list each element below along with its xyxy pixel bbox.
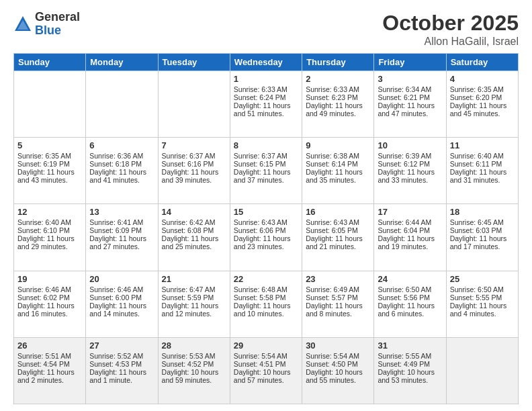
sunrise-text: Sunrise: 6:37 AM xyxy=(234,152,298,160)
sunrise-text: Sunrise: 6:45 AM xyxy=(450,218,515,226)
sunrise-text: Sunrise: 6:36 AM xyxy=(89,152,154,160)
daylight-text: Daylight: 11 hours and 4 minutes. xyxy=(450,302,515,318)
day-number: 26 xyxy=(17,340,82,351)
day-number: 9 xyxy=(306,140,370,150)
day-number: 28 xyxy=(162,340,226,351)
daylight-text: Daylight: 11 hours and 29 minutes. xyxy=(17,234,82,250)
col-header-sunday: Sunday xyxy=(14,54,86,71)
sunset-text: Sunset: 6:14 PM xyxy=(306,160,370,168)
calendar-cell: 5Sunrise: 6:35 AMSunset: 6:19 PMDaylight… xyxy=(14,138,86,204)
sunset-text: Sunset: 4:53 PM xyxy=(89,360,154,368)
calendar-table: SundayMondayTuesdayWednesdayThursdayFrid… xyxy=(13,53,519,404)
calendar-cell: 31Sunrise: 5:55 AMSunset: 4:49 PMDayligh… xyxy=(374,337,446,404)
sunrise-text: Sunrise: 6:39 AM xyxy=(378,152,442,160)
daylight-text: Daylight: 11 hours and 41 minutes. xyxy=(89,168,154,184)
calendar-cell: 7Sunrise: 6:37 AMSunset: 6:16 PMDaylight… xyxy=(158,138,230,204)
sunset-text: Sunset: 6:23 PM xyxy=(306,93,370,101)
calendar-cell: 15Sunrise: 6:43 AMSunset: 6:06 PMDayligh… xyxy=(230,204,302,271)
sunset-text: Sunset: 6:02 PM xyxy=(17,293,82,302)
logo-icon xyxy=(13,15,32,34)
day-number: 4 xyxy=(450,74,515,84)
calendar-cell: 25Sunrise: 6:50 AMSunset: 5:55 PMDayligh… xyxy=(446,271,518,337)
day-number: 25 xyxy=(450,274,515,284)
daylight-text: Daylight: 11 hours and 39 minutes. xyxy=(162,168,226,184)
day-number: 8 xyxy=(234,140,298,150)
day-number: 19 xyxy=(17,274,82,284)
col-header-wednesday: Wednesday xyxy=(230,54,302,71)
sunrise-text: Sunrise: 6:34 AM xyxy=(378,85,442,93)
calendar-cell: 30Sunrise: 5:54 AMSunset: 4:50 PMDayligh… xyxy=(302,337,374,404)
calendar-cell: 17Sunrise: 6:44 AMSunset: 6:04 PMDayligh… xyxy=(374,204,446,271)
daylight-text: Daylight: 11 hours and 19 minutes. xyxy=(378,234,442,250)
sunset-text: Sunset: 5:58 PM xyxy=(234,293,298,302)
sunset-text: Sunset: 6:11 PM xyxy=(450,160,515,168)
daylight-text: Daylight: 10 hours and 55 minutes. xyxy=(306,368,370,384)
calendar-header-row: SundayMondayTuesdayWednesdayThursdayFrid… xyxy=(14,54,519,71)
day-number: 10 xyxy=(378,140,442,150)
calendar-cell: 1Sunrise: 6:33 AMSunset: 6:24 PMDaylight… xyxy=(230,71,302,138)
sunrise-text: Sunrise: 6:44 AM xyxy=(378,218,442,226)
day-number: 6 xyxy=(89,140,154,150)
location: Allon HaGalil, Israel xyxy=(382,36,519,48)
calendar-cell: 9Sunrise: 6:38 AMSunset: 6:14 PMDaylight… xyxy=(302,138,374,204)
sunset-text: Sunset: 6:05 PM xyxy=(306,226,370,234)
sunrise-text: Sunrise: 6:33 AM xyxy=(306,85,370,93)
daylight-text: Daylight: 11 hours and 35 minutes. xyxy=(306,168,370,184)
calendar-cell: 24Sunrise: 6:50 AMSunset: 5:56 PMDayligh… xyxy=(374,271,446,337)
daylight-text: Daylight: 11 hours and 16 minutes. xyxy=(17,302,82,318)
sunset-text: Sunset: 5:55 PM xyxy=(450,293,515,302)
sunrise-text: Sunrise: 6:50 AM xyxy=(450,285,515,293)
calendar-cell: 28Sunrise: 5:53 AMSunset: 4:52 PMDayligh… xyxy=(158,337,230,404)
sunrise-text: Sunrise: 5:54 AM xyxy=(234,352,298,360)
daylight-text: Daylight: 11 hours and 43 minutes. xyxy=(17,168,82,184)
sunset-text: Sunset: 6:10 PM xyxy=(17,226,82,234)
calendar-cell: 10Sunrise: 6:39 AMSunset: 6:12 PMDayligh… xyxy=(374,138,446,204)
calendar-cell xyxy=(14,71,86,138)
col-header-thursday: Thursday xyxy=(302,54,374,71)
logo-general-text: General xyxy=(35,11,80,24)
daylight-text: Daylight: 11 hours and 45 minutes. xyxy=(450,101,515,118)
calendar-cell: 8Sunrise: 6:37 AMSunset: 6:15 PMDaylight… xyxy=(230,138,302,204)
calendar-cell: 14Sunrise: 6:42 AMSunset: 6:08 PMDayligh… xyxy=(158,204,230,271)
day-number: 13 xyxy=(89,207,154,217)
sunset-text: Sunset: 4:52 PM xyxy=(162,360,226,368)
day-number: 5 xyxy=(17,140,82,150)
sunrise-text: Sunrise: 6:50 AM xyxy=(378,285,442,293)
logo: General Blue xyxy=(13,11,80,38)
daylight-text: Daylight: 11 hours and 47 minutes. xyxy=(378,101,442,118)
sunrise-text: Sunrise: 6:40 AM xyxy=(450,152,515,160)
daylight-text: Daylight: 11 hours and 2 minutes. xyxy=(17,368,82,384)
daylight-text: Daylight: 11 hours and 33 minutes. xyxy=(378,168,442,184)
daylight-text: Daylight: 11 hours and 27 minutes. xyxy=(89,234,154,250)
calendar-week-row: 26Sunrise: 5:51 AMSunset: 4:54 PMDayligh… xyxy=(14,337,519,404)
daylight-text: Daylight: 11 hours and 10 minutes. xyxy=(234,302,298,318)
calendar-week-row: 1Sunrise: 6:33 AMSunset: 6:24 PMDaylight… xyxy=(14,71,519,138)
sunset-text: Sunset: 6:09 PM xyxy=(89,226,154,234)
daylight-text: Daylight: 11 hours and 25 minutes. xyxy=(162,234,226,250)
sunrise-text: Sunrise: 6:43 AM xyxy=(306,218,370,226)
title-block: October 2025 Allon HaGalil, Israel xyxy=(382,11,519,48)
calendar-cell: 2Sunrise: 6:33 AMSunset: 6:23 PMDaylight… xyxy=(302,71,374,138)
daylight-text: Daylight: 10 hours and 59 minutes. xyxy=(162,368,226,384)
daylight-text: Daylight: 11 hours and 51 minutes. xyxy=(234,101,298,118)
daylight-text: Daylight: 11 hours and 6 minutes. xyxy=(378,302,442,318)
calendar-cell: 23Sunrise: 6:49 AMSunset: 5:57 PMDayligh… xyxy=(302,271,374,337)
sunrise-text: Sunrise: 6:41 AM xyxy=(89,218,154,226)
sunrise-text: Sunrise: 6:35 AM xyxy=(450,85,515,93)
day-number: 30 xyxy=(306,340,370,351)
calendar-cell: 13Sunrise: 6:41 AMSunset: 6:09 PMDayligh… xyxy=(86,204,158,271)
logo-blue-text: Blue xyxy=(35,24,80,38)
col-header-monday: Monday xyxy=(86,54,158,71)
sunrise-text: Sunrise: 5:54 AM xyxy=(306,352,370,360)
logo-text: General Blue xyxy=(35,11,80,38)
col-header-saturday: Saturday xyxy=(446,54,518,71)
daylight-text: Daylight: 11 hours and 1 minute. xyxy=(89,368,154,384)
sunrise-text: Sunrise: 6:43 AM xyxy=(234,218,298,226)
sunset-text: Sunset: 6:20 PM xyxy=(450,93,515,101)
month-title: October 2025 xyxy=(382,11,519,36)
sunrise-text: Sunrise: 5:51 AM xyxy=(17,352,82,360)
sunset-text: Sunset: 6:00 PM xyxy=(89,293,154,302)
sunrise-text: Sunrise: 6:42 AM xyxy=(162,218,226,226)
calendar-cell: 6Sunrise: 6:36 AMSunset: 6:18 PMDaylight… xyxy=(86,138,158,204)
calendar-cell: 16Sunrise: 6:43 AMSunset: 6:05 PMDayligh… xyxy=(302,204,374,271)
